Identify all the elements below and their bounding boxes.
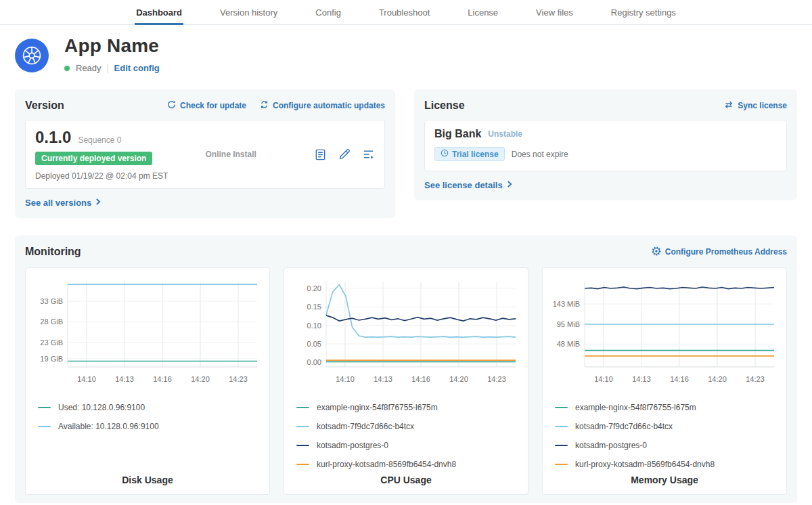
install-type-label: Online Install: [205, 150, 256, 159]
cards-row: Version Check for update Configure autom…: [0, 89, 812, 218]
chart-title: Memory Usage: [552, 475, 777, 487]
chart-title: Disk Usage: [35, 475, 260, 487]
svg-text:0.10: 0.10: [307, 322, 321, 330]
legend-item: kotsadm-7f9dc7d66c-b4tcx: [552, 417, 777, 436]
svg-text:14:16: 14:16: [670, 375, 689, 383]
app-header: App Name Ready Edit config: [0, 25, 812, 73]
svg-text:14:23: 14:23: [746, 375, 765, 383]
clock-icon: [441, 149, 449, 159]
svg-text:14:10: 14:10: [336, 375, 355, 383]
svg-text:14:13: 14:13: [374, 375, 392, 383]
legend-color-dash: [296, 464, 309, 465]
version-card-title: Version: [25, 100, 64, 112]
chart-title: CPU Usage: [294, 475, 518, 487]
disk-usage-chart-card: 14:1014:1314:1614:2014:2333 GiB28 GiB23 …: [25, 267, 270, 495]
divider: [108, 64, 108, 73]
legend-label: kotsadm-7f9dc7d66c-b4tcx: [317, 422, 414, 431]
license-card: License Sync license Big Bank Unstable T…: [414, 89, 797, 200]
see-license-details-link[interactable]: See license details: [424, 180, 512, 190]
legend-item: Available: 10.128.0.96:9100: [35, 417, 260, 436]
configure-automatic-updates-button[interactable]: Configure automatic updates: [260, 100, 385, 111]
svg-text:95 MiB: 95 MiB: [557, 320, 580, 328]
legend-label: Used: 10.128.0.96:9100: [58, 403, 145, 412]
see-all-versions-link[interactable]: See all versions: [25, 198, 101, 208]
version-info: 0.1.0 Sequence 0 Currently deployed vers…: [35, 128, 168, 181]
configure-updates-label: Configure automatic updates: [273, 101, 385, 110]
license-details-card: Big Bank Unstable Trial license Does not…: [424, 120, 787, 171]
svg-text:14:13: 14:13: [632, 375, 651, 383]
legend-color-dash: [555, 407, 568, 408]
legend-item: example-nginx-54f8f76755-l675m: [294, 398, 518, 417]
trial-license-badge: Trial license: [434, 147, 505, 161]
see-all-versions-label: See all versions: [25, 198, 91, 208]
svg-text:0.20: 0.20: [307, 284, 321, 292]
customer-name: Big Bank: [434, 128, 481, 140]
sync-icon: [724, 101, 734, 111]
tab-view-files[interactable]: View files: [535, 0, 574, 24]
legend-item: kurl-proxy-kotsadm-8569fb6454-dnvh8: [294, 455, 518, 474]
svg-text:14:23: 14:23: [229, 375, 248, 383]
tab-dashboard[interactable]: Dashboard: [135, 0, 183, 24]
license-card-title: License: [424, 100, 465, 112]
chevron-right-icon: [507, 180, 512, 190]
deployed-badge: Currently deployed version: [35, 152, 152, 165]
chart-legend: Used: 10.128.0.96:9100Available: 10.128.…: [35, 398, 260, 436]
memory-usage-chart: 14:1014:1314:1614:2014:23143 MiB95 MiB48…: [552, 276, 777, 390]
sequence-label: Sequence 0: [78, 135, 121, 145]
check-for-update-button[interactable]: Check for update: [167, 100, 246, 111]
legend-label: example-nginx-54f8f76755-l675m: [317, 403, 438, 412]
legend-color-dash: [296, 407, 309, 408]
legend-label: example-nginx-54f8f76755-l675m: [575, 403, 696, 412]
configure-prometheus-button[interactable]: Configure Prometheus Address: [652, 246, 787, 258]
legend-color-dash: [296, 445, 309, 446]
chevron-right-icon: [95, 198, 101, 208]
top-nav: Dashboard Version history Config Trouble…: [0, 0, 812, 25]
see-license-details-label: See license details: [424, 180, 503, 190]
status-dot: [64, 66, 70, 71]
tab-version-history[interactable]: Version history: [219, 0, 279, 24]
legend-color-dash: [555, 464, 568, 465]
edit-pencil-icon[interactable]: [338, 148, 351, 160]
svg-text:14:20: 14:20: [708, 375, 727, 383]
legend-item: kotsadm-postgres-0: [552, 436, 777, 455]
page-title: App Name: [64, 35, 160, 57]
legend-label: kotsadm-7f9dc7d66c-b4tcx: [575, 422, 673, 431]
svg-text:19 GiB: 19 GiB: [40, 355, 63, 363]
svg-text:14:16: 14:16: [153, 375, 172, 383]
legend-label: kotsadm-postgres-0: [575, 441, 647, 450]
svg-text:14:16: 14:16: [411, 375, 430, 383]
tab-license[interactable]: License: [466, 0, 499, 24]
legend-color-dash: [38, 426, 51, 427]
legend-label: kotsadm-postgres-0: [317, 441, 388, 450]
tab-troubleshoot[interactable]: Troubleshoot: [378, 0, 431, 24]
cpu-usage-chart-card: 14:1014:1314:1614:2014:230.200.150.100.0…: [284, 267, 528, 495]
svg-text:0.15: 0.15: [307, 303, 321, 311]
legend-label: kurl-proxy-kotsadm-8569fb6454-dnvh8: [575, 460, 715, 469]
channel-label: Unstable: [488, 129, 522, 139]
edit-config-link[interactable]: Edit config: [114, 63, 160, 73]
legend-color-dash: [555, 426, 568, 427]
deployed-timestamp: Deployed 01/19/22 @ 02:04 pm EST: [35, 171, 168, 181]
deploy-logs-icon[interactable]: [362, 148, 375, 161]
release-notes-icon[interactable]: [314, 148, 327, 161]
version-number: 0.1.0: [35, 128, 71, 147]
chart-legend: example-nginx-54f8f76755-l675mkotsadm-7f…: [552, 398, 777, 474]
current-version-card: 0.1.0 Sequence 0 Currently deployed vers…: [25, 120, 385, 189]
sync-license-button[interactable]: Sync license: [724, 101, 787, 111]
tab-registry-settings[interactable]: Registry settings: [610, 0, 677, 24]
svg-text:14:23: 14:23: [487, 375, 506, 383]
monitoring-title: Monitoring: [25, 246, 81, 258]
kubernetes-logo-icon: [15, 39, 49, 72]
svg-text:14:10: 14:10: [77, 375, 96, 383]
svg-text:14:20: 14:20: [449, 375, 468, 383]
legend-label: kurl-proxy-kotsadm-8569fb6454-dnvh8: [317, 460, 456, 469]
check-for-update-label: Check for update: [180, 101, 246, 110]
svg-text:143 MiB: 143 MiB: [553, 300, 580, 308]
monitoring-card: Monitoring Configure Prometheus Address …: [15, 236, 797, 503]
svg-text:14:10: 14:10: [594, 375, 613, 383]
tab-config[interactable]: Config: [314, 0, 342, 24]
gear-icon: [652, 246, 661, 258]
svg-text:28 GiB: 28 GiB: [40, 317, 63, 326]
disk-usage-chart: 14:1014:1314:1614:2014:2333 GiB28 GiB23 …: [35, 276, 260, 390]
legend-label: Available: 10.128.0.96:9100: [58, 422, 159, 431]
